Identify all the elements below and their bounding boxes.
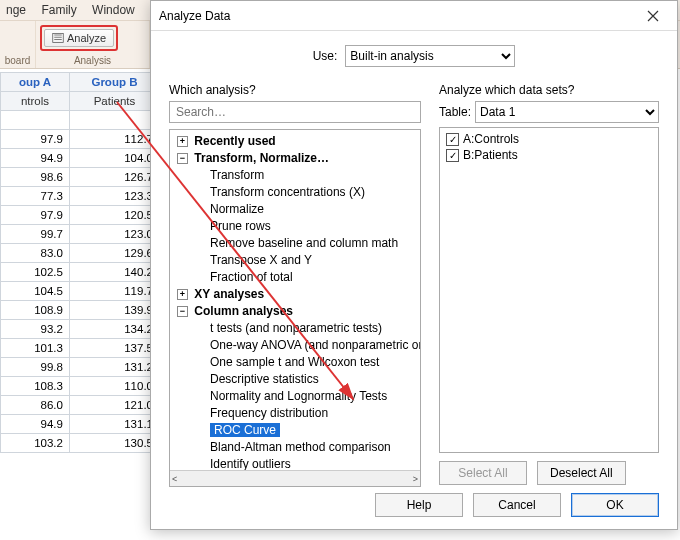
collapse-icon[interactable]: − — [177, 153, 188, 164]
help-button[interactable]: Help — [375, 493, 463, 517]
table-select[interactable]: Data 1 — [475, 101, 659, 123]
tree-item-label: Transform — [210, 168, 264, 182]
cell[interactable]: 110.0 — [69, 377, 159, 396]
cell[interactable]: 139.9 — [69, 301, 159, 320]
search-input[interactable] — [169, 101, 421, 123]
cell[interactable]: 83.0 — [1, 244, 70, 263]
cell[interactable]: 129.6 — [69, 244, 159, 263]
tree-item-label: Fraction of total — [210, 270, 293, 284]
data-set-label: A:Controls — [463, 132, 519, 146]
deselect-all-button[interactable]: Deselect All — [537, 461, 626, 485]
expand-icon[interactable]: + — [177, 136, 188, 147]
tree-item-label: Bland-Altman method comparison — [210, 440, 391, 454]
cell[interactable]: 123.0 — [69, 225, 159, 244]
tree-group[interactable]: + Recently used — [177, 133, 420, 150]
ok-button[interactable]: OK — [571, 493, 659, 517]
cell[interactable]: 99.8 — [1, 358, 70, 377]
analyze-button-label: Analyze — [67, 32, 106, 44]
cell[interactable]: 99.7 — [1, 225, 70, 244]
dialog-titlebar: Analyze Data — [151, 1, 677, 31]
cell[interactable]: 101.3 — [1, 339, 70, 358]
cell[interactable]: 130.5 — [69, 434, 159, 453]
tree-item[interactable]: Descriptive statistics — [195, 371, 420, 388]
cell[interactable]: 86.0 — [1, 396, 70, 415]
analyze-button[interactable]: Analyze — [44, 29, 114, 47]
tree-item-label: One-way ANOVA (and nonparametric or — [210, 338, 420, 352]
menu-item[interactable]: Window — [92, 3, 135, 17]
tree-item[interactable]: Prune rows — [195, 218, 420, 235]
tree-group[interactable]: − Column analyses — [177, 303, 420, 320]
cell[interactable]: 103.2 — [1, 434, 70, 453]
data-set-item[interactable]: ✓B:Patients — [446, 148, 652, 162]
cancel-button[interactable]: Cancel — [473, 493, 561, 517]
cell[interactable]: 104.0 — [69, 149, 159, 168]
cell[interactable]: 102.5 — [1, 263, 70, 282]
tree-item[interactable]: Transform — [195, 167, 420, 184]
tree-item[interactable]: t tests (and nonparametric tests) — [195, 320, 420, 337]
tree-item-label: Transform concentrations (X) — [210, 185, 365, 199]
column-group-a[interactable]: oup A — [1, 73, 70, 92]
tree-item[interactable]: Bland-Altman method comparison — [195, 439, 420, 456]
tree-item[interactable]: Normality and Lognormality Tests — [195, 388, 420, 405]
scroll-right-icon[interactable]: > — [413, 474, 418, 484]
tree-item[interactable]: One sample t and Wilcoxon test — [195, 354, 420, 371]
cell[interactable]: 134.2 — [69, 320, 159, 339]
scroll-left-icon[interactable]: < — [172, 474, 177, 484]
cell[interactable]: 93.2 — [1, 320, 70, 339]
ribbon-group-clipboard: board — [0, 21, 36, 68]
cell[interactable]: 108.9 — [1, 301, 70, 320]
cell[interactable]: 137.5 — [69, 339, 159, 358]
cell[interactable]: 112.7 — [69, 130, 159, 149]
data-grid: oup A Group B ntrols Patients 97.9112.79… — [0, 72, 160, 453]
tree-item[interactable]: Transpose X and Y — [195, 252, 420, 269]
cell[interactable]: 123.3 — [69, 187, 159, 206]
analysis-tree[interactable]: + Recently used− Transform, Normalize…Tr… — [169, 129, 421, 487]
tree-item-label: One sample t and Wilcoxon test — [210, 355, 379, 369]
cell[interactable]: 131.1 — [69, 415, 159, 434]
menu-item[interactable]: Family — [41, 3, 76, 17]
cell[interactable] — [69, 111, 159, 130]
cell[interactable]: 120.5 — [69, 206, 159, 225]
cell[interactable]: 94.9 — [1, 149, 70, 168]
tree-group[interactable]: + XY analyses — [177, 286, 420, 303]
tree-item-label: ROC Curve — [210, 423, 280, 437]
menu-item[interactable]: nge — [6, 3, 26, 17]
cell[interactable]: 140.2 — [69, 263, 159, 282]
tree-item[interactable]: Frequency distribution — [195, 405, 420, 422]
tree-group-label: XY analyses — [191, 287, 264, 301]
cell[interactable] — [1, 111, 70, 130]
use-label: Use: — [313, 49, 338, 63]
column-subheader[interactable]: ntrols — [1, 92, 70, 111]
cell[interactable]: 121.0 — [69, 396, 159, 415]
tree-item[interactable]: Transform concentrations (X) — [195, 184, 420, 201]
expand-icon[interactable]: + — [177, 289, 188, 300]
cell[interactable]: 108.3 — [1, 377, 70, 396]
horizontal-scrollbar[interactable]: < > — [170, 470, 420, 486]
analyze-icon — [52, 32, 64, 44]
checkbox-checked-icon[interactable]: ✓ — [446, 149, 459, 162]
cell[interactable]: 126.7 — [69, 168, 159, 187]
tree-item[interactable]: Normalize — [195, 201, 420, 218]
collapse-icon[interactable]: − — [177, 306, 188, 317]
column-group-b[interactable]: Group B — [69, 73, 159, 92]
tree-item[interactable]: One-way ANOVA (and nonparametric or — [195, 337, 420, 354]
tree-group[interactable]: − Transform, Normalize… — [177, 150, 420, 167]
cell[interactable]: 98.6 — [1, 168, 70, 187]
column-subheader[interactable]: Patients — [69, 92, 159, 111]
analyze-sets-label: Analyze which data sets? — [439, 83, 659, 97]
cell[interactable]: 94.9 — [1, 415, 70, 434]
cell[interactable]: 104.5 — [1, 282, 70, 301]
tree-item[interactable]: Fraction of total — [195, 269, 420, 286]
cell[interactable]: 119.7 — [69, 282, 159, 301]
cell[interactable]: 131.2 — [69, 358, 159, 377]
use-select[interactable]: Built-in analysis — [345, 45, 515, 67]
data-set-item[interactable]: ✓A:Controls — [446, 132, 652, 146]
tree-item[interactable]: Remove baseline and column math — [195, 235, 420, 252]
tree-item[interactable]: ROC Curve — [195, 422, 420, 439]
close-button[interactable] — [637, 5, 669, 27]
select-all-button[interactable]: Select All — [439, 461, 527, 485]
cell[interactable]: 97.9 — [1, 206, 70, 225]
checkbox-checked-icon[interactable]: ✓ — [446, 133, 459, 146]
cell[interactable]: 77.3 — [1, 187, 70, 206]
cell[interactable]: 97.9 — [1, 130, 70, 149]
